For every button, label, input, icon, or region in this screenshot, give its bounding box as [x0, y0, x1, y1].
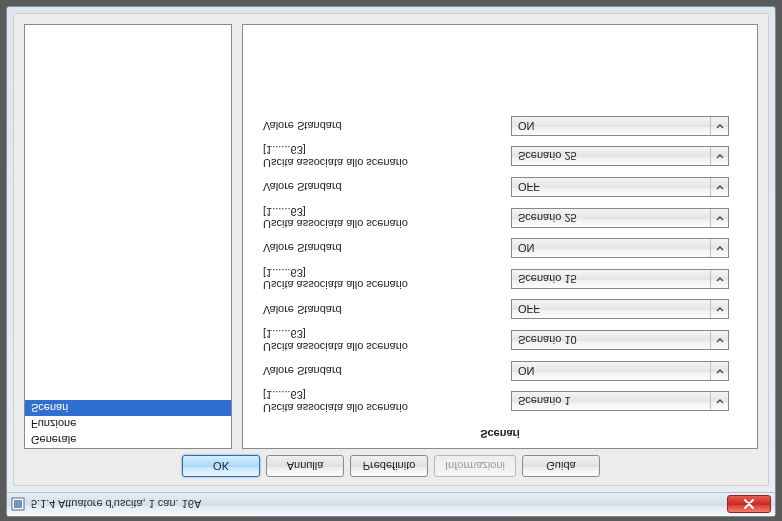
dropdown-value: Scenario 15 — [518, 273, 577, 285]
parameter-panel: Scenari Uscita associata allo scenario[1… — [242, 24, 758, 449]
param-label: Valore Standard — [263, 177, 501, 198]
param-row: Valore StandardOFF — [263, 173, 729, 201]
param-label: Valore Standard — [263, 299, 501, 320]
param-label: Uscita associata allo scenario[1......63… — [263, 201, 501, 234]
chevron-down-icon — [710, 209, 728, 227]
param-label: Valore Standard — [263, 115, 501, 136]
dialog-window: 5.1.4 Attuatore d'uscita, 1 can. 16A OK … — [6, 6, 776, 517]
param-dropdown[interactable]: Scenario 25 — [511, 146, 729, 166]
chevron-down-icon — [710, 300, 728, 318]
sidebar-item-generale[interactable]: Generale — [25, 432, 231, 448]
chevron-down-icon — [710, 117, 728, 135]
close-button[interactable] — [727, 496, 771, 514]
dropdown-value: OFF — [518, 303, 540, 315]
dropdown-value: ON — [518, 120, 535, 132]
param-row: Valore StandardOFF — [263, 295, 729, 323]
parameter-list: Uscita associata allo scenario[1......63… — [243, 25, 757, 418]
param-label: Uscita associata allo scenario[1......63… — [263, 323, 501, 356]
param-row: Uscita associata allo scenario[1......63… — [263, 385, 729, 418]
window-title: 5.1.4 Attuatore d'uscita, 1 can. 16A — [31, 499, 721, 511]
param-row: Valore StandardON — [263, 234, 729, 262]
param-label: Valore Standard — [263, 360, 501, 381]
param-dropdown[interactable]: OFF — [511, 177, 729, 197]
titlebar[interactable]: 5.1.4 Attuatore d'uscita, 1 can. 16A — [7, 492, 775, 516]
chevron-down-icon — [710, 239, 728, 257]
dropdown-value: ON — [518, 365, 535, 377]
dropdown-value: ON — [518, 242, 535, 254]
svg-rect-1 — [14, 501, 22, 509]
param-dropdown[interactable]: ON — [511, 238, 729, 258]
param-dropdown[interactable]: ON — [511, 361, 729, 381]
param-dropdown[interactable]: Scenario 1 — [511, 391, 729, 411]
param-range: [1......63] — [263, 389, 501, 402]
param-range: [1......63] — [263, 205, 501, 218]
param-dropdown[interactable]: OFF — [511, 299, 729, 319]
param-dropdown[interactable]: Scenario 10 — [511, 330, 729, 350]
app-icon — [11, 498, 25, 512]
chevron-down-icon — [710, 178, 728, 196]
help-button[interactable]: Guida — [522, 455, 600, 477]
param-range: [1......63] — [263, 144, 501, 157]
param-row: Uscita associata allo scenario[1......63… — [263, 262, 729, 295]
dropdown-value: Scenario 25 — [518, 212, 577, 224]
dialog-body: GeneraleFunzioneScenari Scenari Uscita a… — [14, 14, 768, 449]
param-dropdown[interactable]: Scenario 25 — [511, 208, 729, 228]
chevron-down-icon — [710, 362, 728, 380]
panel-title: Scenari — [243, 418, 757, 448]
category-list[interactable]: GeneraleFunzioneScenari — [24, 24, 232, 449]
param-row: Uscita associata allo scenario[1......63… — [263, 201, 729, 234]
param-label: Uscita associata allo scenario[1......63… — [263, 140, 501, 173]
sidebar-item-funzione[interactable]: Funzione — [25, 416, 231, 432]
param-label: Uscita associata allo scenario[1......63… — [263, 262, 501, 295]
dropdown-value: Scenario 1 — [518, 395, 571, 407]
chevron-down-icon — [710, 331, 728, 349]
chevron-down-icon — [710, 270, 728, 288]
param-range: [1......63] — [263, 266, 501, 279]
dialog-content: OK Annulla Predefinito Informazioni Guid… — [13, 13, 769, 486]
info-button: Informazioni — [434, 455, 516, 477]
dropdown-value: Scenario 25 — [518, 150, 577, 162]
param-row: Valore StandardON — [263, 112, 729, 140]
default-button[interactable]: Predefinito — [350, 455, 428, 477]
param-dropdown[interactable]: Scenario 15 — [511, 269, 729, 289]
chevron-down-icon — [710, 392, 728, 410]
sidebar-item-scenari[interactable]: Scenari — [25, 400, 231, 416]
param-label: Valore Standard — [263, 238, 501, 259]
dropdown-value: OFF — [518, 181, 540, 193]
dropdown-value: Scenario 10 — [518, 334, 577, 346]
dialog-button-row: OK Annulla Predefinito Informazioni Guid… — [14, 449, 768, 485]
param-row: Uscita associata allo scenario[1......63… — [263, 140, 729, 173]
cancel-button[interactable]: Annulla — [266, 455, 344, 477]
param-dropdown[interactable]: ON — [511, 116, 729, 136]
param-range: [1......63] — [263, 327, 501, 340]
param-label: Uscita associata allo scenario[1......63… — [263, 385, 501, 418]
ok-button[interactable]: OK — [182, 455, 260, 477]
param-row: Valore StandardON — [263, 357, 729, 385]
param-row: Uscita associata allo scenario[1......63… — [263, 323, 729, 356]
chevron-down-icon — [710, 147, 728, 165]
